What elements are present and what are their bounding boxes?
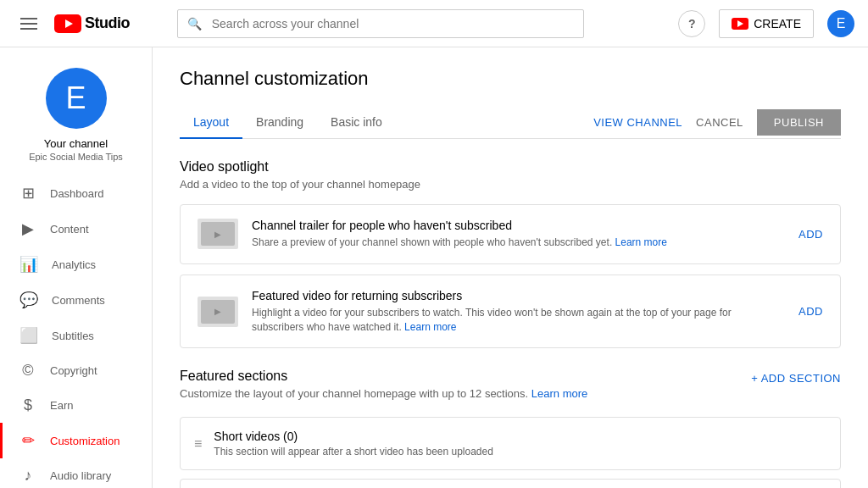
sidebar-label-copyright: Copyright	[50, 364, 97, 377]
short-videos-title: Short videos (0)	[214, 430, 493, 443]
channel-info: E Your channel Epic Social Media Tips	[0, 54, 152, 172]
tab-bar: Layout Branding Basic info VIEW CHANNEL …	[180, 107, 841, 139]
featured-sections-title: Featured sections	[180, 369, 751, 384]
sidebar: E Your channel Epic Social Media Tips ⊞ …	[0, 47, 153, 488]
sidebar-item-comments[interactable]: 💬 Comments	[0, 282, 152, 318]
content-icon: ▶	[19, 219, 36, 238]
channel-trailer-title: Channel trailer for people who haven't s…	[252, 219, 785, 232]
analytics-icon: 📊	[19, 255, 38, 274]
dashboard-icon: ⊞	[19, 184, 36, 202]
search-bar: 🔍	[177, 9, 584, 38]
drag-handle-icon[interactable]: ≡	[194, 436, 202, 452]
tab-links: Layout Branding Basic info	[180, 107, 593, 138]
sidebar-label-content: Content	[50, 223, 89, 236]
create-button[interactable]: CREATE	[719, 9, 814, 38]
sidebar-nav: ⊞ Dashboard ▶ Content 📊 Analytics 💬 Comm…	[0, 175, 152, 488]
featured-sections-learn-more[interactable]: Learn more	[531, 387, 587, 400]
view-channel-button[interactable]: VIEW CHANNEL	[593, 116, 682, 129]
short-videos-desc: This section will appear after a short v…	[214, 446, 493, 458]
earn-icon: $	[19, 396, 36, 414]
comments-icon: 💬	[19, 291, 38, 309]
sidebar-item-analytics[interactable]: 📊 Analytics	[0, 247, 152, 282]
youtube-logo-icon	[54, 14, 81, 33]
studio-label: Studio	[85, 14, 130, 32]
sidebar-item-audio-library[interactable]: ♪ Audio library	[0, 458, 152, 488]
featured-video-desc: Highlight a video for your subscribers t…	[252, 306, 785, 335]
app-header: Studio 🔍 ? CREATE E	[0, 0, 868, 47]
app-body: E Your channel Epic Social Media Tips ⊞ …	[0, 47, 868, 488]
header-left: Studio	[14, 11, 130, 36]
sidebar-item-dashboard[interactable]: ⊞ Dashboard	[0, 175, 152, 211]
featured-title-group: Featured sections Customize the layout o…	[180, 369, 751, 413]
channel-trailer-desc: Share a preview of your channel shown wi…	[252, 236, 785, 250]
featured-sections-desc: Customize the layout of your channel hom…	[180, 387, 751, 400]
main-content: Channel customization Layout Branding Ba…	[153, 47, 868, 488]
videos-section-card: ≡ Videos (0) This section will appear wh…	[180, 479, 841, 488]
tab-actions: VIEW CHANNEL CANCEL PUBLISH	[593, 109, 841, 136]
featured-thumb-inner	[201, 300, 235, 324]
help-button[interactable]: ?	[678, 10, 705, 37]
customization-icon: ✏	[19, 431, 36, 450]
channel-trailer-info: Channel trailer for people who haven't s…	[252, 219, 785, 250]
channel-name: Your channel	[44, 137, 108, 150]
tab-layout[interactable]: Layout	[180, 107, 242, 139]
short-videos-info: Short videos (0) This section will appea…	[214, 430, 493, 458]
featured-sections-header: Featured sections Customize the layout o…	[180, 369, 841, 413]
create-label: CREATE	[754, 17, 801, 30]
add-section-button[interactable]: + ADD SECTION	[751, 372, 841, 385]
featured-video-info: Featured video for returning subscribers…	[252, 289, 785, 335]
channel-trailer-add-button[interactable]: ADD	[798, 228, 823, 241]
featured-video-thumb	[198, 297, 238, 327]
menu-button[interactable]	[14, 11, 44, 36]
sidebar-item-content[interactable]: ▶ Content	[0, 211, 152, 247]
channel-trailer-card: Channel trailer for people who haven't s…	[180, 204, 841, 264]
page-title: Channel customization	[180, 68, 841, 90]
sidebar-item-subtitles[interactable]: ⬜ Subtitles	[0, 318, 152, 353]
sidebar-label-audio-library: Audio library	[50, 469, 111, 482]
user-avatar[interactable]: E	[827, 10, 854, 37]
subtitles-icon: ⬜	[19, 326, 38, 345]
sidebar-label-dashboard: Dashboard	[50, 187, 104, 200]
featured-sections: Featured sections Customize the layout o…	[180, 369, 841, 488]
header-right: ? CREATE E	[678, 9, 854, 38]
logo[interactable]: Studio	[54, 14, 130, 33]
search-input[interactable]	[177, 9, 584, 38]
video-spotlight-desc: Add a video to the top of your channel h…	[180, 178, 841, 191]
featured-video-title: Featured video for returning subscribers	[252, 289, 785, 302]
sidebar-label-comments: Comments	[52, 294, 105, 307]
sidebar-label-analytics: Analytics	[52, 258, 96, 271]
video-spotlight-section: Video spotlight Add a video to the top o…	[180, 159, 841, 348]
featured-video-add-button[interactable]: ADD	[798, 305, 823, 318]
sidebar-label-customization: Customization	[50, 435, 120, 447]
tab-basic-info[interactable]: Basic info	[317, 107, 396, 139]
short-videos-section-card: ≡ Short videos (0) This section will app…	[180, 417, 841, 470]
sidebar-label-earn: Earn	[50, 399, 73, 412]
cancel-button[interactable]: CANCEL	[696, 116, 743, 129]
create-icon	[732, 18, 748, 30]
featured-video-learn-more[interactable]: Learn more	[404, 321, 456, 333]
thumb-inner	[201, 222, 235, 246]
channel-subtitle: Epic Social Media Tips	[29, 152, 123, 162]
sidebar-label-subtitles: Subtitles	[52, 330, 94, 342]
tab-branding[interactable]: Branding	[242, 107, 317, 139]
copyright-icon: ©	[19, 362, 36, 380]
channel-trailer-thumb	[198, 219, 238, 249]
featured-video-card: Featured video for returning subscribers…	[180, 274, 841, 349]
channel-avatar: E	[46, 68, 107, 129]
sidebar-item-copyright[interactable]: © Copyright	[0, 353, 152, 388]
channel-trailer-learn-more[interactable]: Learn more	[615, 236, 667, 248]
publish-button[interactable]: PUBLISH	[757, 109, 841, 136]
audio-library-icon: ♪	[19, 467, 36, 485]
video-spotlight-title: Video spotlight	[180, 159, 841, 175]
sidebar-item-earn[interactable]: $ Earn	[0, 388, 152, 423]
search-icon: 🔍	[187, 17, 202, 30]
sidebar-item-customization[interactable]: ✏ Customization	[0, 423, 152, 458]
